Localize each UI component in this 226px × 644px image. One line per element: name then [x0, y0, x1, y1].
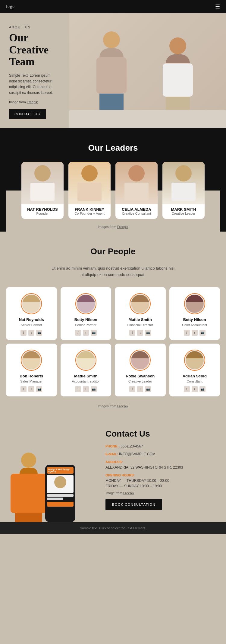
navbar: logo ☰: [0, 0, 226, 13]
person-avatar-roxie: [130, 350, 151, 371]
facebook-icon-mattie1[interactable]: f: [129, 330, 135, 336]
person-avatar-adrian: [184, 350, 205, 371]
instagram-icon-betty2[interactable]: 📷: [199, 330, 206, 336]
hero-title: Our Creative Team: [9, 32, 57, 68]
twitter-icon-betty1[interactable]: t: [83, 330, 89, 336]
contact-email: E-MAIL: INFO@SAMPLE.COM: [105, 451, 217, 457]
instagram-icon-nat[interactable]: 📷: [36, 330, 42, 336]
menu-icon[interactable]: ☰: [215, 3, 220, 10]
facebook-icon-roxie[interactable]: f: [129, 386, 135, 392]
leader-name-celia: CELIA ALMEDA: [115, 207, 158, 212]
footer: Sample text. Click to select the Text El…: [0, 522, 226, 534]
person-social-nat: f t 📷: [9, 330, 54, 336]
person-card-nat: Nat Reynolds Senior Partner f t 📷: [6, 287, 57, 340]
address-label: ADDRESS:: [105, 460, 123, 464]
twitter-icon-mattie1[interactable]: t: [137, 330, 143, 336]
people-grid-row1: Nat Reynolds Senior Partner f t 📷 Betty …: [6, 287, 220, 340]
facebook-icon-bob[interactable]: f: [20, 386, 27, 392]
leader-avatar-frank: [68, 162, 111, 204]
email-value: INFO@SAMPLE.COM: [119, 452, 155, 456]
leader-avatar-mark: [162, 162, 205, 204]
contact-hours: OPENING HOURS: MONDAY — THURSDAY 10:00 –…: [105, 473, 217, 489]
person-card-mattie1: Mattie Smith Financial Director f t 📷: [115, 287, 166, 340]
person-role-nat: Senior Partner: [9, 323, 54, 327]
contact-right-area: Contact Us PHONE: (555)123-4567 E-MAIL: …: [96, 429, 220, 510]
hours-label: OPENING HOURS:: [105, 473, 135, 477]
leaders-section: Our Leaders NAT REYNOLDS Founder FRANK K…: [0, 128, 226, 232]
contact-left-area: Design & Web Design Agency: [6, 429, 96, 510]
person-avatar-mattie2: [75, 350, 96, 371]
leader-card-celia: CELIA ALMEDA Creative Consultant: [115, 162, 158, 219]
hours-value1: MONDAY — THURSDAY 10:00 – 23:00: [105, 479, 169, 483]
person-card-roxie: Roxie Swanson Creative Leader f t 📷: [115, 344, 166, 396]
leaders-freepik-link[interactable]: Freepik: [117, 225, 128, 229]
person-card-bob: Bob Roberts Sales Manager f t 📷: [6, 344, 57, 396]
person-avatar-betty2: [184, 293, 205, 314]
contact-image-credit: Image from Freepik: [105, 491, 217, 495]
leader-avatar-celia: [115, 162, 158, 204]
person-social-mattie2: f t 📷: [64, 386, 108, 392]
person-name-mattie1: Mattie Smith: [118, 317, 163, 322]
contact-person-figure: [9, 453, 48, 522]
person-avatar-betty1: [75, 293, 96, 314]
twitter-icon-betty2[interactable]: t: [192, 330, 198, 336]
leader-name-frank: FRANK KINNEY: [68, 207, 111, 212]
person-role-mattie2: Accountant-auditor: [64, 380, 108, 383]
twitter-icon-mattie2[interactable]: t: [83, 386, 89, 392]
hero-image-credit: Image from Freepik: [9, 100, 57, 104]
person-name-betty1: Betty Nilson: [64, 317, 108, 322]
person-name-nat: Nat Reynolds: [9, 317, 54, 322]
facebook-icon-nat[interactable]: f: [20, 330, 27, 336]
person-social-bob: f t 📷: [9, 386, 54, 392]
hero-section: ABOUT US Our Creative Team Simple Text. …: [0, 13, 226, 128]
instagram-icon-mattie2[interactable]: 📷: [91, 386, 97, 392]
instagram-icon-betty1[interactable]: 📷: [91, 330, 97, 336]
hero-about-label: ABOUT US: [9, 25, 57, 29]
person-card-betty1: Betty Nilson Senior Partner f t 📷: [61, 287, 111, 340]
leader-name-nat: NAT REYNOLDS: [21, 207, 64, 212]
person-name-roxie: Roxie Swanson: [118, 374, 163, 378]
book-consultation-button[interactable]: BOOK CONSULTATION: [105, 499, 162, 510]
twitter-icon-roxie[interactable]: t: [137, 386, 143, 392]
leader-role-nat: Founder: [21, 212, 64, 215]
person-role-mattie1: Financial Director: [118, 323, 163, 327]
person-role-adrian: Consultant: [172, 380, 217, 383]
contact-address: ADDRESS: ALEXANDRIA, 32 WASHINGTORN STR,…: [105, 459, 217, 470]
leader-role-mark: Creative Leader: [162, 212, 205, 215]
twitter-icon-bob[interactable]: t: [28, 386, 34, 392]
facebook-icon-mattie2[interactable]: f: [75, 386, 81, 392]
leader-role-celia: Creative Consultant: [115, 212, 158, 215]
instagram-icon-adrian[interactable]: 📷: [199, 386, 206, 392]
people-title: Our People: [6, 247, 220, 256]
person-avatar-bob: [21, 350, 42, 371]
leader-avatar-nat: [21, 162, 64, 204]
freepik-link[interactable]: Freepik: [27, 100, 38, 104]
facebook-icon-betty1[interactable]: f: [75, 330, 81, 336]
leader-card-nat: NAT REYNOLDS Founder: [21, 162, 64, 219]
instagram-icon-mattie1[interactable]: 📷: [145, 330, 151, 336]
leaders-title: Our Leaders: [6, 143, 220, 153]
person-avatar-nat: [21, 293, 42, 314]
person-role-bob: Sales Manager: [9, 380, 54, 383]
twitter-icon-nat[interactable]: t: [28, 330, 34, 336]
instagram-icon-roxie[interactable]: 📷: [145, 386, 151, 392]
hero-content: ABOUT US Our Creative Team Simple Text. …: [0, 13, 66, 128]
contact-us-button[interactable]: CONTACT US: [9, 109, 46, 119]
facebook-icon-adrian[interactable]: f: [184, 386, 190, 392]
contact-phone: PHONE: (555)123-4567: [105, 444, 217, 449]
facebook-icon-betty2[interactable]: f: [184, 330, 190, 336]
person-social-roxie: f t 📷: [118, 386, 163, 392]
instagram-icon-bob[interactable]: 📷: [36, 386, 42, 392]
person-role-betty1: Senior Partner: [64, 323, 108, 327]
leader-card-frank: FRANK KINNEY Co-Founder + Agent: [68, 162, 111, 219]
leader-name-mark: MARK SMITH: [162, 207, 205, 212]
contact-section: Design & Web Design Agency Contact Us PH…: [0, 417, 226, 522]
leaders-image-credit: Images from Freepik: [6, 219, 220, 232]
contact-freepik-link[interactable]: Freepik: [123, 491, 134, 495]
person-avatar-mattie1: [130, 293, 151, 314]
phone-screen-design-text: Design & Web Design Agency: [48, 468, 72, 473]
twitter-icon-adrian[interactable]: t: [192, 386, 198, 392]
logo: logo: [6, 4, 15, 9]
person-card-betty2: Betty Nilson Chief Accountant f t 📷: [169, 287, 220, 340]
people-freepik-link[interactable]: Freepik: [117, 404, 128, 408]
